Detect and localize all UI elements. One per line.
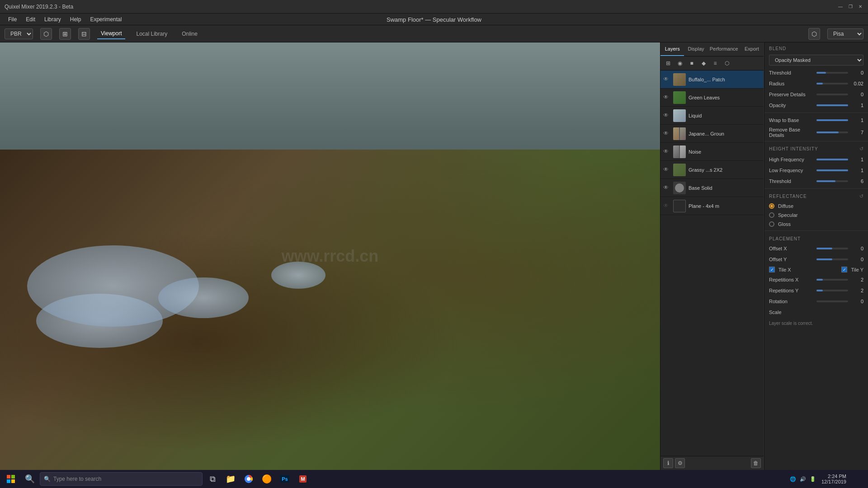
layer-info-button[interactable]: ℹ — [663, 458, 673, 468]
photoshop-button[interactable]: Ps — [277, 471, 293, 487]
chrome-button[interactable] — [241, 471, 257, 487]
menu-file[interactable]: File — [4, 14, 21, 25]
tile-checkboxes-row: Tile X Tile Y — [764, 265, 868, 274]
layer-item-liquid[interactable]: 👁 Liquid — [660, 107, 764, 125]
blender-button[interactable]: 🟠 — [259, 471, 275, 487]
layer-eye-buffalo[interactable]: 👁 — [663, 76, 670, 83]
show-desktop-button[interactable] — [848, 470, 866, 488]
tab-online[interactable]: Online — [178, 29, 201, 39]
menu-edit[interactable]: Edit — [21, 14, 40, 25]
gloss-radio-row[interactable]: Gloss — [764, 220, 868, 229]
3d-view-icon[interactable]: ⬡ — [808, 28, 820, 40]
tab-local-library[interactable]: Local Library — [132, 29, 171, 39]
specular-radio[interactable] — [769, 212, 774, 218]
rep-x-value: 2 — [851, 277, 863, 282]
layer-eye-japane[interactable]: 👁 — [663, 130, 670, 137]
wrap-to-base-slider[interactable] — [816, 119, 848, 121]
diffuse-radio-row[interactable]: Diffuse — [764, 202, 868, 211]
layer-item-green-leaves[interactable]: 👁 Green Leaves — [660, 89, 764, 107]
opacity-label: Opacity — [769, 103, 814, 108]
high-freq-value: 1 — [851, 157, 863, 162]
rotation-row: Rotation 0 — [764, 296, 868, 307]
opacity-value: 1 — [851, 103, 863, 108]
offset-y-slider[interactable] — [816, 258, 848, 260]
opacity-slider[interactable] — [816, 104, 848, 106]
tab-layers[interactable]: Layers — [660, 42, 684, 56]
restore-button[interactable]: ❐ — [847, 4, 854, 10]
layer-eye-base-solid[interactable]: 👁 — [663, 184, 670, 192]
layer-eye-plane[interactable]: 👁 — [663, 202, 670, 210]
high-freq-slider[interactable] — [816, 159, 848, 160]
rotation-slider[interactable] — [816, 300, 848, 302]
rep-y-label: Repetitions Y — [769, 288, 814, 293]
layer-lines-icon[interactable]: ≡ — [710, 58, 720, 68]
rep-y-slider[interactable] — [816, 290, 848, 291]
tile-y-checkbox[interactable] — [841, 267, 847, 272]
threshold2-slider[interactable] — [816, 180, 848, 182]
preserve-details-slider[interactable] — [816, 94, 848, 95]
view-icon-button[interactable]: ⬡ — [40, 28, 52, 40]
tab-performance[interactable]: Performance — [708, 42, 740, 56]
menu-help[interactable]: Help — [66, 14, 86, 25]
minimize-button[interactable]: — — [837, 4, 844, 10]
start-button[interactable] — [2, 470, 20, 488]
specular-label: Specular — [778, 212, 797, 218]
reflectance-reset-icon[interactable]: ↺ — [859, 193, 863, 199]
gloss-label: Gloss — [778, 221, 791, 227]
height-reset-icon[interactable]: ↺ — [859, 146, 863, 152]
layer-diamond-icon[interactable]: ◆ — [698, 58, 708, 68]
layer-stack-icon[interactable]: ⬡ — [722, 58, 732, 68]
layer-settings-button[interactable]: ⚙ — [675, 458, 685, 468]
grid-view-button[interactable]: ⊞ — [59, 28, 71, 40]
layer-eye-liquid[interactable]: 👁 — [663, 112, 670, 119]
list-view-button[interactable]: ⊟ — [78, 28, 90, 40]
pbr-select[interactable]: PBR — [5, 28, 33, 39]
layer-eye-grassy[interactable]: 👁 — [663, 166, 670, 174]
remove-base-slider[interactable] — [816, 131, 848, 133]
tab-viewport[interactable]: Viewport — [97, 28, 125, 39]
close-button[interactable]: ✕ — [857, 4, 863, 10]
remove-base-row: Remove Base Details 7 — [764, 126, 868, 139]
viewport[interactable]: www.rrcd.cn — [0, 42, 660, 470]
reflectance-section-row: REFLECTANCE ↺ — [764, 191, 868, 202]
mixer-button[interactable]: M — [295, 471, 311, 487]
threshold-slider[interactable] — [816, 72, 848, 74]
radius-row: Radius 0.02 — [764, 78, 868, 89]
search-icon[interactable]: 🔍 — [22, 471, 38, 487]
task-view-button[interactable]: ⧉ — [204, 471, 221, 487]
layer-eye-noise[interactable]: 👁 — [663, 148, 670, 155]
layer-item-plane[interactable]: 👁 Plane - 4x4 m — [660, 197, 764, 215]
low-freq-slider[interactable] — [816, 169, 848, 171]
layer-item-grassy[interactable]: 👁 Grassy ...s 2X2 — [660, 161, 764, 179]
layer-eye-green-leaves[interactable]: 👁 — [663, 94, 670, 101]
height-section-header: HEIGHT INTENSITY — [769, 146, 818, 151]
battery-icon: 🔋 — [810, 476, 816, 482]
layers-panel: Layers Display Performance Export ⊞ ◉ ■ … — [660, 42, 764, 470]
offset-x-slider[interactable] — [816, 248, 848, 249]
layer-item-base-solid[interactable]: 👁 Base Solid — [660, 179, 764, 197]
tab-display[interactable]: Display — [684, 42, 708, 56]
layer-delete-button[interactable]: 🗑 — [751, 458, 761, 468]
specular-radio-row[interactable]: Specular — [764, 211, 868, 220]
layer-item-noise[interactable]: 👁 Noise — [660, 143, 764, 161]
menu-experimental[interactable]: Experimental — [85, 14, 126, 25]
layer-thumb-green-leaves — [673, 91, 686, 104]
layer-item-buffalo[interactable]: 👁 Buffalo_... Patch — [660, 70, 764, 89]
layer-item-japane[interactable]: 👁 Japane... Groun — [660, 125, 764, 143]
blend-mode-select[interactable]: Opacity Masked — [769, 55, 863, 66]
threshold-label: Threshold — [769, 70, 814, 75]
layer-sphere-icon[interactable]: ◉ — [675, 58, 685, 68]
file-explorer-button[interactable]: 📁 — [222, 471, 239, 487]
tab-export[interactable]: Export — [740, 42, 764, 56]
scale-note-row: Layer scale is correct. — [764, 318, 868, 328]
search-box[interactable]: 🔍 Type here to search — [40, 472, 203, 486]
environment-select[interactable]: Pisa — [827, 28, 863, 39]
rep-x-slider[interactable] — [816, 279, 848, 281]
layer-solid-icon[interactable]: ■ — [687, 58, 697, 68]
menu-library[interactable]: Library — [40, 14, 66, 25]
diffuse-radio[interactable] — [769, 203, 774, 209]
radius-slider[interactable] — [816, 83, 848, 84]
tile-x-checkbox[interactable] — [769, 267, 775, 272]
layer-grid-icon[interactable]: ⊞ — [663, 58, 673, 68]
gloss-radio[interactable] — [769, 221, 774, 227]
